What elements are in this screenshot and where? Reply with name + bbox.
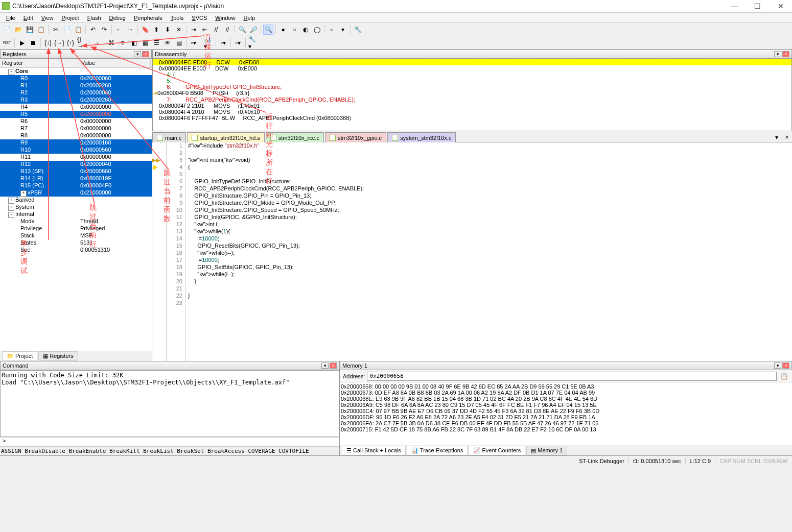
comment-button[interactable]: //	[211, 25, 221, 35]
maximize-button[interactable]: ☐	[746, 0, 769, 12]
tab-dropdown-button[interactable]: ▾	[772, 132, 782, 142]
registers-tab[interactable]: ▦ Registers	[38, 351, 78, 361]
breakpoint-disable-button[interactable]: ◐	[300, 25, 311, 35]
save-button[interactable]: 💾	[25, 25, 35, 35]
trace-window-button[interactable]: ▫▾	[218, 38, 228, 48]
menu-tools[interactable]: Tools	[167, 14, 188, 22]
window-dropdown-button[interactable]: ▾	[338, 25, 348, 35]
file-tab[interactable]: stm32f10x_rcc.c	[266, 132, 324, 142]
register-row[interactable]: R90x20000160	[0, 139, 152, 147]
callstack-window-button[interactable]: ☰	[151, 38, 161, 48]
register-row[interactable]: States5131	[0, 239, 152, 247]
register-row[interactable]: +System	[0, 204, 152, 211]
menu-peripherals[interactable]: Peripherals	[130, 14, 167, 22]
copy-button[interactable]: 📄	[62, 25, 72, 35]
step-over-button[interactable]: {→}	[54, 38, 64, 48]
register-row[interactable]: R70x00000000	[0, 125, 152, 132]
step-into-button[interactable]: {↓}	[43, 38, 53, 48]
uncomment-button[interactable]: //	[222, 25, 232, 35]
paste-button[interactable]: 📋	[73, 25, 83, 35]
debug-button[interactable]: 🔍	[263, 25, 273, 35]
window-button[interactable]: ▫	[327, 25, 337, 35]
redo-button[interactable]: ↷	[99, 25, 109, 35]
register-row[interactable]: R15 (PC)0x080004F0	[0, 182, 152, 189]
register-row[interactable]: -Core	[0, 68, 152, 75]
menu-svcs[interactable]: SVCS	[188, 14, 211, 22]
find-button[interactable]: 🔍	[237, 25, 247, 35]
register-row[interactable]: R30x20000260	[0, 96, 152, 104]
command-window-button[interactable]: ⌘	[106, 38, 117, 48]
code-editor[interactable]: ▶▶ 1234567891011121314151617181920212223…	[152, 142, 792, 361]
nav-fwd-button[interactable]: →	[125, 25, 135, 35]
toolbox-button[interactable]: 🔧▾	[248, 38, 258, 48]
register-row[interactable]: +Banked	[0, 197, 152, 204]
tab-close-button[interactable]: ×	[782, 132, 792, 142]
menu-window[interactable]: Window	[211, 14, 239, 22]
run-button[interactable]: ▶	[17, 38, 27, 48]
panel-close-button[interactable]: ×	[782, 51, 789, 57]
panel-close-button[interactable]: ×	[330, 362, 337, 369]
run-to-cursor-button[interactable]: {}→	[77, 38, 87, 48]
watch-window-button[interactable]: 👁	[162, 38, 173, 48]
register-row[interactable]: ModeThread	[0, 218, 152, 225]
reset-button[interactable]: RST	[2, 38, 12, 48]
register-row[interactable]: R80x00000000	[0, 132, 152, 139]
analysis-window-button[interactable]: 📊▾	[203, 38, 214, 48]
register-row[interactable]: Sec0.00051310	[0, 247, 152, 254]
show-next-button[interactable]: →	[91, 38, 102, 48]
memory-dump[interactable]: 0x20000658: 00 00 00 00 9B 01 00 08 40 9…	[340, 382, 792, 445]
serial-window-button[interactable]: ▫▾	[189, 38, 199, 48]
bookmark-button[interactable]: 🔖	[140, 25, 150, 35]
register-row[interactable]: R110x00000000	[0, 154, 152, 161]
cut-button[interactable]: ✂	[51, 25, 61, 35]
disassembly-view[interactable]: 0x080004EC ED08 DCW 0xED080x080004EE E00…	[152, 59, 792, 131]
panel-pin-button[interactable]: ▾	[134, 51, 141, 57]
registers-window-button[interactable]: ▦	[140, 38, 150, 48]
panel-pin-button[interactable]: ▾	[321, 362, 329, 369]
stop-button[interactable]: ⏹	[28, 38, 38, 48]
file-tab[interactable]: main.c	[152, 132, 186, 142]
nav-back-button[interactable]: ←	[114, 25, 124, 35]
symbol-window-button[interactable]: ◧	[129, 38, 139, 48]
project-tab[interactable]: 📁 Project	[2, 351, 37, 361]
system-window-button[interactable]: ▫▾	[233, 38, 243, 48]
file-tab[interactable]: system_stm32f10x.c	[387, 132, 456, 142]
memory-window-button[interactable]: ▤	[174, 38, 184, 48]
menu-flash[interactable]: Flash	[83, 14, 105, 22]
file-tab[interactable]: stm32f10x_gpio.c	[325, 132, 386, 142]
register-row[interactable]: R100x08000560	[0, 147, 152, 154]
menu-help[interactable]: Help	[239, 14, 259, 22]
bookmark-prev-button[interactable]: ⬆	[151, 25, 161, 35]
minimize-button[interactable]: —	[723, 0, 746, 12]
register-row[interactable]: -Internal	[0, 211, 152, 218]
register-row[interactable]: R13 (SP)0x20000660	[0, 168, 152, 175]
counters-tab[interactable]: 📈 Event Counters	[469, 446, 525, 455]
undo-button[interactable]: ↶	[88, 25, 98, 35]
bookmark-next-button[interactable]: ⬇	[162, 25, 173, 35]
breakpoint-toggle-button[interactable]: ○	[289, 25, 299, 35]
bookmark-clear-button[interactable]: ✕	[174, 25, 184, 35]
trace-tab[interactable]: 📊 Trace Exceptions	[407, 446, 468, 455]
register-row[interactable]: PrivilegePrivileged	[0, 225, 152, 232]
breakpoint-kill-button[interactable]: ◯	[312, 25, 322, 35]
register-row[interactable]: R40x00000000	[0, 104, 152, 111]
register-row[interactable]: R120x20000040	[0, 161, 152, 168]
command-input[interactable]	[8, 438, 339, 446]
step-out-button[interactable]: {↑}	[65, 38, 76, 48]
panel-close-button[interactable]: ×	[782, 362, 789, 369]
breakpoint-button[interactable]: ●	[278, 25, 288, 35]
callstack-tab[interactable]: ☰ Call Stack + Locals	[342, 446, 406, 455]
find-in-files-button[interactable]: 🔎	[248, 25, 259, 35]
new-button[interactable]: 📄	[2, 25, 12, 35]
register-row[interactable]: R60x00000000	[0, 118, 152, 125]
menu-project[interactable]: Project	[57, 14, 83, 22]
indent-button[interactable]: ⇥	[189, 25, 199, 35]
panel-pin-button[interactable]: ▾	[774, 51, 781, 57]
register-row[interactable]: R10x20000260	[0, 82, 152, 89]
save-all-button[interactable]: 📋	[36, 25, 46, 35]
panel-close-button[interactable]: ×	[142, 51, 149, 57]
register-row[interactable]: R00x20000060	[0, 75, 152, 82]
menu-view[interactable]: View	[37, 14, 58, 22]
outdent-button[interactable]: ⇤	[200, 25, 210, 35]
register-row[interactable]: +xPSR0x21000000	[0, 189, 152, 197]
